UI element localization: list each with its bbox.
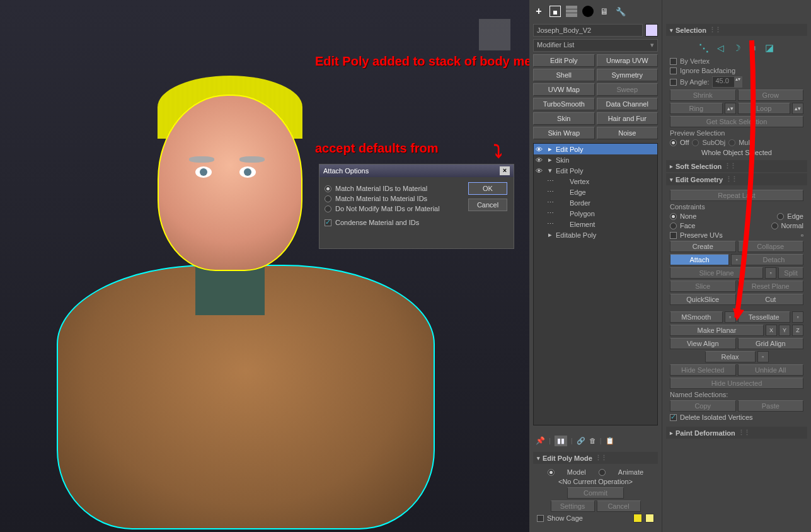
expand-icon[interactable]: ▾ [547, 166, 553, 175]
angle-spinner[interactable]: 45.0▴▾ [712, 76, 742, 88]
attach-button[interactable]: Attach [670, 254, 729, 265]
radio-constraint-edge[interactable] [777, 213, 784, 220]
radio-constraint-normal[interactable] [771, 223, 778, 229]
loop-spinner[interactable]: ▴▾ [792, 103, 803, 114]
checkbox-by-angle[interactable] [670, 79, 677, 86]
visibility-icon[interactable]: 👁 [536, 156, 544, 164]
cage-color-1[interactable] [633, 514, 642, 523]
planar-y-button[interactable]: Y [779, 325, 790, 336]
object-color-swatch[interactable] [645, 24, 658, 37]
stack-item[interactable]: ⋯Border [534, 197, 657, 208]
modifier-button[interactable]: TurboSmooth [533, 98, 595, 110]
expand-icon[interactable]: ▸ [547, 156, 553, 164]
ring-spinner[interactable]: ▴▾ [725, 103, 736, 114]
checkbox-preserve-uvs[interactable] [670, 232, 677, 239]
collapse-button[interactable]: Collapse [738, 241, 804, 252]
grid-align-button[interactable]: Grid Align [738, 338, 804, 349]
rollout-header[interactable]: Paint Deformation⋮⋮ [666, 427, 807, 439]
modifier-button[interactable]: Noise [597, 127, 659, 139]
object-name-field[interactable] [533, 24, 643, 37]
view-align-button[interactable]: View Align [670, 338, 736, 349]
modifier-button[interactable]: Skin [533, 112, 595, 125]
modifier-button[interactable]: Data Channel [597, 98, 659, 110]
grow-button[interactable]: Grow [738, 90, 804, 101]
relax-button[interactable]: Relax [705, 351, 756, 362]
rollout-header[interactable]: Edit Poly Mode⋮⋮ [533, 452, 658, 464]
viewport[interactable] [0, 0, 529, 532]
unhide-all-button[interactable]: Unhide All [738, 364, 804, 376]
radio-do-not-modify[interactable] [325, 205, 331, 212]
stack-item[interactable]: ⋯Vertex [534, 176, 657, 187]
settings-button[interactable]: Settings [551, 500, 595, 512]
shrink-button[interactable]: Shrink [670, 90, 736, 101]
show-end-result-icon[interactable]: ▮▮ [555, 436, 567, 446]
commit-button[interactable]: Commit [567, 487, 624, 499]
ring-button[interactable]: Ring [670, 103, 723, 114]
modifier-button[interactable]: UVW Map [533, 83, 595, 96]
rollout-header[interactable]: Edit Geometry⋮⋮ [666, 173, 807, 185]
cancel-button[interactable]: Cancel [468, 199, 507, 211]
modifier-button[interactable]: Shell [533, 69, 595, 81]
slice-button[interactable]: Slice [670, 280, 736, 292]
make-unique-icon[interactable]: 🔗 [577, 437, 585, 445]
modifier-button[interactable]: Unwrap UVW [597, 54, 659, 67]
attach-list-button[interactable]: ▫ [731, 254, 742, 265]
radio-preview-off[interactable] [670, 139, 677, 146]
radio-constraint-face[interactable] [670, 223, 677, 229]
split-button[interactable]: Split [778, 267, 803, 279]
dialog-titlebar[interactable]: Attach Options × [319, 165, 514, 177]
get-stack-selection-button[interactable]: Get Stack Selection [670, 116, 803, 127]
checkbox-show-cage[interactable] [537, 515, 544, 522]
checkbox-condense[interactable] [325, 219, 331, 226]
cage-color-2[interactable] [645, 514, 654, 523]
motion-tab[interactable] [582, 6, 594, 17]
tessellate-settings[interactable]: ▫ [792, 311, 803, 323]
modify-tab[interactable] [549, 6, 561, 17]
modifier-button[interactable]: Edit Poly [533, 54, 595, 67]
modifier-button[interactable]: Skin Wrap [533, 127, 595, 139]
cut-button[interactable]: Cut [738, 294, 804, 305]
paste-button[interactable]: Paste [738, 400, 804, 412]
viewcube[interactable] [479, 19, 510, 50]
planar-z-button[interactable]: Z [792, 325, 803, 336]
close-icon[interactable]: × [500, 166, 510, 175]
modifier-list-dropdown[interactable]: Modifier List [533, 39, 658, 52]
copy-button[interactable]: Copy [670, 400, 736, 412]
tessellate-button[interactable]: Tessellate [738, 311, 791, 323]
reset-plane-button[interactable]: Reset Plane [738, 280, 804, 292]
relax-settings[interactable]: ▫ [757, 351, 769, 362]
ok-button[interactable]: OK [468, 182, 507, 195]
checkbox-by-vertex[interactable] [670, 58, 677, 65]
expand-icon[interactable]: ▸ [547, 145, 553, 153]
loop-button[interactable]: Loop [738, 103, 791, 114]
hide-selected-button[interactable]: Hide Selected [670, 364, 736, 376]
modifier-button[interactable]: Sweep [597, 83, 659, 96]
create-button[interactable]: Create [670, 241, 736, 252]
stack-item[interactable]: ⋯Polygon [534, 208, 657, 219]
msmooth-settings[interactable]: ▫ [725, 311, 736, 323]
modifier-stack[interactable]: 👁▸Edit Poly👁▸Skin👁▾Edit Poly⋯Vertex⋯Edge… [533, 143, 658, 425]
modifier-button[interactable]: Symmetry [597, 69, 659, 81]
modifier-button[interactable]: Hair and Fur (WSM) [597, 112, 659, 125]
radio-match-mat-to-ids[interactable] [325, 195, 331, 202]
stack-item[interactable]: ▸Editable Poly [534, 229, 657, 240]
border-selection-icon[interactable] [730, 41, 744, 55]
display-tab[interactable] [599, 6, 610, 17]
detach-button[interactable]: Detach [744, 254, 803, 265]
stack-item[interactable]: ⋯Element [534, 219, 657, 229]
visibility-icon[interactable]: 👁 [536, 146, 544, 153]
radio-model[interactable] [548, 469, 555, 476]
expand-icon[interactable]: ▸ [547, 231, 553, 239]
create-tab[interactable] [533, 6, 544, 17]
vertex-selection-icon[interactable] [697, 41, 711, 55]
radio-preview-multi[interactable] [728, 139, 735, 146]
cancel-button[interactable]: Cancel [597, 500, 641, 512]
radio-preview-subobj[interactable] [692, 139, 699, 146]
polygon-selection-icon[interactable] [746, 41, 760, 55]
rollout-header[interactable]: Selection⋮⋮ [666, 24, 807, 36]
repeat-last-button[interactable]: Repeat Last [670, 190, 803, 201]
split-check[interactable]: ▫ [765, 267, 776, 279]
checkbox-delete-isolated[interactable] [670, 414, 677, 421]
element-selection-icon[interactable] [762, 41, 776, 55]
quickslice-button[interactable]: QuickSlice [670, 294, 736, 305]
